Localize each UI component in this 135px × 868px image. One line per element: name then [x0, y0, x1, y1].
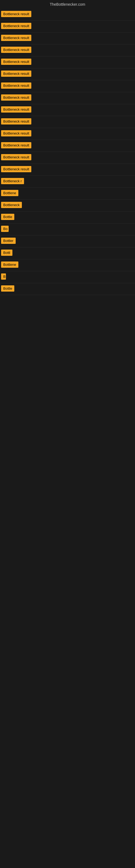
bottleneck-badge[interactable]: Bottleneck result	[1, 154, 31, 160]
results-container: Bottleneck resultBottleneck resultBottle…	[0, 9, 135, 295]
result-row: Bottleneck result	[0, 140, 135, 152]
result-row: Bottleneck result	[0, 9, 135, 21]
result-row: Bottleneck result	[0, 68, 135, 80]
result-row: Bottleneck result	[0, 56, 135, 68]
result-row: Bottleneck result	[0, 164, 135, 176]
bottleneck-badge[interactable]: Bottleneck result	[1, 11, 31, 17]
result-row: Bottl	[0, 247, 135, 259]
result-row: Bottler	[0, 236, 135, 247]
result-row: Bo	[0, 223, 135, 236]
result-row: Bottlene	[0, 188, 135, 199]
result-row: Bottleneck result	[0, 44, 135, 56]
result-row: Bottlene	[0, 259, 135, 271]
result-row: Bottleneck result	[0, 116, 135, 128]
bottleneck-badge[interactable]: Bottler	[1, 238, 16, 244]
bottleneck-badge[interactable]: Bottleneck result	[1, 35, 31, 41]
bottleneck-badge[interactable]: Bottleneck r	[1, 178, 24, 184]
bottleneck-badge[interactable]: Bottleneck result	[1, 106, 31, 113]
bottleneck-badge[interactable]: Bottle	[1, 285, 14, 291]
bottleneck-badge[interactable]: Bottleneck result	[1, 142, 31, 148]
bottleneck-badge[interactable]: Bo	[1, 226, 9, 232]
result-row: Bottle	[0, 212, 135, 223]
bottleneck-badge[interactable]: Bottleneck result	[1, 59, 31, 65]
bottleneck-badge[interactable]: Bottleneck	[1, 202, 22, 208]
bottleneck-badge[interactable]: Bottleneck result	[1, 46, 31, 53]
bottleneck-badge[interactable]: Bottleneck result	[1, 130, 31, 136]
result-row: Bottleneck result	[0, 80, 135, 92]
bottleneck-badge[interactable]: Bottle	[1, 214, 14, 220]
bottleneck-badge[interactable]: B	[1, 273, 6, 280]
result-row: Bottleneck result	[0, 21, 135, 33]
result-row: Bottleneck result	[0, 104, 135, 116]
bottleneck-badge[interactable]: Bottleneck result	[1, 23, 31, 29]
bottleneck-badge[interactable]: Bottlene	[1, 190, 18, 196]
result-row: Bottleneck result	[0, 128, 135, 140]
bottleneck-badge[interactable]: Bottl	[1, 250, 12, 256]
bottleneck-badge[interactable]: Bottleneck result	[1, 70, 31, 77]
bottleneck-badge[interactable]: Bottlene	[1, 261, 18, 268]
result-row: B	[0, 271, 135, 283]
result-row: Bottleneck	[0, 199, 135, 212]
site-title: TheBottlenecker.com	[0, 0, 135, 9]
result-row: Bottleneck result	[0, 92, 135, 104]
bottleneck-badge[interactable]: Bottleneck result	[1, 118, 31, 124]
bottleneck-badge[interactable]: Bottleneck result	[1, 83, 31, 89]
result-row: Bottleneck result	[0, 33, 135, 44]
result-row: Bottleneck r	[0, 176, 135, 188]
bottleneck-badge[interactable]: Bottleneck result	[1, 94, 31, 101]
bottleneck-badge[interactable]: Bottleneck result	[1, 166, 31, 172]
result-row: Bottleneck result	[0, 152, 135, 164]
result-row: Bottle	[0, 283, 135, 295]
